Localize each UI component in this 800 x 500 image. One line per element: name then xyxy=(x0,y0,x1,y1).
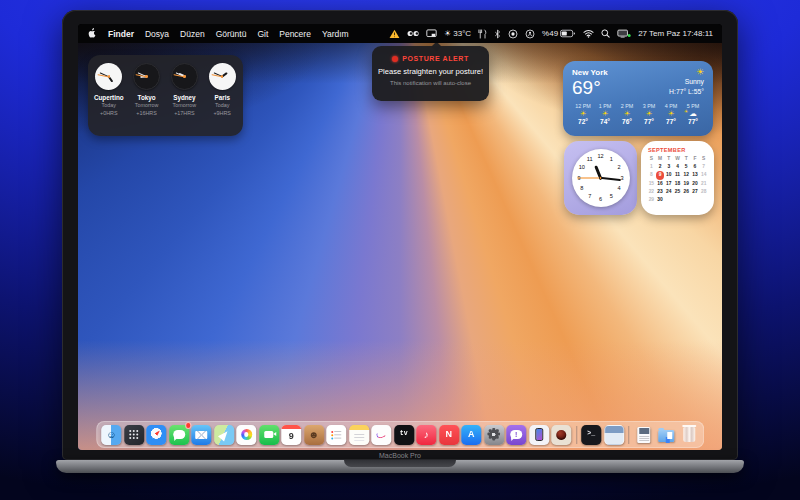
notification-badge xyxy=(185,422,192,429)
world-clock-cupertino: CupertinoToday+0HRS xyxy=(92,63,126,136)
battery-status[interactable]: %49 xyxy=(542,29,576,38)
dock-music-icon[interactable]: ♪ xyxy=(416,425,436,445)
weather-hour-2-pm: 2 PM☀76° xyxy=(616,103,638,125)
battery-icon xyxy=(560,29,576,38)
dock: ☺9☻tv♪NA>_ xyxy=(96,421,704,448)
weather-hour-5-pm: 5 PM☀☁77° xyxy=(682,103,704,125)
eyes-icon[interactable] xyxy=(407,29,419,38)
calendar-month: SEPTEMBER xyxy=(648,147,708,153)
world-clock-paris: ParisToday+9HRS xyxy=(205,63,239,136)
dock-trash-icon[interactable] xyxy=(679,425,699,445)
world-clock-tokyo: TokyoTomorrow+16HRS xyxy=(130,63,164,136)
weather-condition-icon: ☀ xyxy=(669,68,704,77)
sun-icon: ☀ xyxy=(616,109,638,118)
dock-maps-icon[interactable] xyxy=(214,425,234,445)
dock-photos-icon[interactable] xyxy=(236,425,256,445)
dock-posture-app-icon[interactable] xyxy=(506,425,526,445)
dock-ladybug-app-icon[interactable] xyxy=(551,425,571,445)
dock-separator xyxy=(628,426,629,444)
world-clock-widget[interactable]: CupertinoToday+0HRSTokyoTomorrow+16HRSSy… xyxy=(88,55,243,136)
sun-icon: ☀ xyxy=(594,109,616,118)
dining-icon[interactable] xyxy=(478,29,487,39)
clock-widget[interactable]: 123456789101112 xyxy=(564,141,637,215)
weather-hourly-row: 12 PM☀72°1 PM☀74°2 PM☀76°3 PM☀77°4 PM☀77… xyxy=(572,103,704,125)
menu-bar: FinderDosyaDüzenGörüntüGitPencereYardım … xyxy=(78,24,722,43)
battery-percent: %49 xyxy=(542,29,558,38)
dock-messages-icon[interactable] xyxy=(169,425,189,445)
dock-freeform-icon[interactable] xyxy=(371,425,391,445)
macbook-base xyxy=(56,460,744,473)
menu-item-g-r-nt-[interactable]: Görüntü xyxy=(216,29,247,39)
weather-hour-3-pm: 3 PM☀77° xyxy=(638,103,660,125)
temperature-status[interactable]: ☀ 33°C xyxy=(444,29,471,38)
sun-icon: ☀ xyxy=(572,109,594,118)
dock-safari-icon[interactable] xyxy=(146,425,166,445)
posture-alert-note: This notification will auto-close xyxy=(372,80,489,86)
macbook-frame: FinderDosyaDüzenGörüntüGitPencereYardım … xyxy=(62,10,738,460)
macbook-notch xyxy=(344,460,456,467)
device-label: MacBook Pro xyxy=(62,452,738,459)
weather-hour-12-pm: 12 PM☀72° xyxy=(572,103,594,125)
posture-alert-popover[interactable]: POSTURE ALERT Please straighten your pos… xyxy=(372,46,489,101)
dock-separator xyxy=(576,426,577,444)
dock-contacts-icon[interactable]: ☻ xyxy=(304,425,324,445)
weather-temperature: 69° xyxy=(572,78,608,98)
wifi-icon[interactable] xyxy=(583,29,594,38)
calendar-widget[interactable]: SEPTEMBER SMTWTFS12345678910111213141516… xyxy=(641,141,714,215)
dock-iphone-mirroring-icon[interactable] xyxy=(529,425,549,445)
temperature-value: 33°C xyxy=(453,29,471,38)
apple-menu-icon[interactable] xyxy=(87,27,97,41)
dock-reminders-icon[interactable] xyxy=(326,425,346,445)
sun-icon: ☀ xyxy=(638,109,660,118)
weather-high-low: H:77° L:55° xyxy=(669,87,704,97)
dock-news-icon[interactable]: N xyxy=(439,425,459,445)
warning-icon[interactable] xyxy=(389,29,400,39)
menu-item-dosya[interactable]: Dosya xyxy=(145,29,169,39)
posture-alert-message: Please straighten your posture! xyxy=(372,67,489,76)
dock-downloads-folder-icon[interactable] xyxy=(656,425,676,445)
alert-dot-icon xyxy=(392,56,398,62)
dock-settings-icon[interactable] xyxy=(484,425,504,445)
clock-face: 123456789101112 xyxy=(572,149,630,207)
menu-status-area: ☀ 33°C %49 xyxy=(389,29,713,39)
sun-icon: ☀ xyxy=(660,109,682,118)
weather-widget[interactable]: New York 69° ☀ Sunny H:77° L:55° 12 PM☀7… xyxy=(563,61,713,136)
weather-header: New York 69° ☀ Sunny H:77° L:55° xyxy=(572,68,704,98)
menu-clock[interactable]: 27 Tem Paz 17:48:11 xyxy=(638,29,713,38)
record-icon[interactable] xyxy=(508,29,518,39)
calendar-grid: SMTWTFS123456789101112131415161718192021… xyxy=(647,155,708,204)
world-clock-sydney: SydneyTomorrow+17HRS xyxy=(167,63,201,136)
weather-condition: Sunny xyxy=(669,77,704,87)
weather-city: New York xyxy=(572,68,608,77)
posture-alert-title-row: POSTURE ALERT xyxy=(372,55,489,62)
menu-item-git[interactable]: Git xyxy=(257,29,268,39)
menu-item-pencere[interactable]: Pencere xyxy=(279,29,311,39)
display-status-icon[interactable] xyxy=(617,29,631,39)
weather-hour-1-pm: 1 PM☀74° xyxy=(594,103,616,125)
sun-icon: ☀ xyxy=(444,30,451,38)
screen-mirroring-icon[interactable] xyxy=(426,29,437,38)
dock-window-preview-icon[interactable] xyxy=(604,425,624,445)
dock-launchpad-icon[interactable] xyxy=(124,425,144,445)
dock-terminal-icon[interactable]: >_ xyxy=(581,425,601,445)
weather-hour-4-pm: 4 PM☀77° xyxy=(660,103,682,125)
posture-alert-title: POSTURE ALERT xyxy=(402,55,469,62)
screen: FinderDosyaDüzenGörüntüGitPencereYardım … xyxy=(78,24,722,450)
dock-tv-icon[interactable]: tv xyxy=(394,425,414,445)
camera-icon[interactable] xyxy=(525,29,535,39)
dock-finder-icon[interactable]: ☺ xyxy=(101,425,121,445)
dock-document-icon[interactable] xyxy=(634,425,654,445)
menu-items: FinderDosyaDüzenGörüntüGitPencereYardım xyxy=(87,27,349,41)
menu-item-finder[interactable]: Finder xyxy=(108,29,134,39)
dock-notes-icon[interactable] xyxy=(349,425,369,445)
dock-calendar-icon[interactable]: 9 xyxy=(281,425,301,445)
menu-item-yard-m[interactable]: Yardım xyxy=(322,29,349,39)
partly-cloudy-icon: ☀☁ xyxy=(682,109,704,118)
bluetooth-icon[interactable] xyxy=(494,29,501,39)
dock-facetime-icon[interactable] xyxy=(259,425,279,445)
search-icon[interactable] xyxy=(601,29,610,38)
dock-appstore-icon[interactable]: A xyxy=(461,425,481,445)
dock-mail-icon[interactable] xyxy=(191,425,211,445)
menu-item-d-zen[interactable]: Düzen xyxy=(180,29,205,39)
